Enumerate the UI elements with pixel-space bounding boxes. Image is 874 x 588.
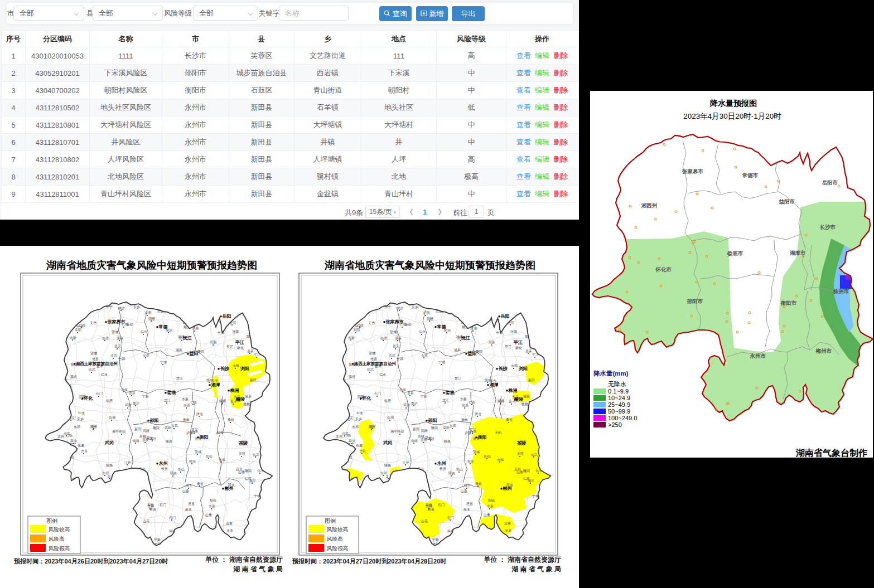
svg-text:植慈: 植慈 <box>521 402 528 406</box>
svg-text:章汝: 章汝 <box>533 416 540 420</box>
svg-text:安双: 安双 <box>421 353 428 357</box>
svg-text:安仁: 安仁 <box>476 531 483 535</box>
svg-text:辰溪: 辰溪 <box>543 507 550 511</box>
svg-text:衡山: 衡山 <box>456 468 463 472</box>
svg-text:新化: 新化 <box>331 391 337 395</box>
svg-text:岳阳市: 岳阳市 <box>822 179 838 186</box>
svg-text:●岳阳: ●岳阳 <box>498 313 510 319</box>
svg-text:利石: 利石 <box>495 430 502 435</box>
svg-text:步武: 步武 <box>389 354 395 357</box>
svg-text:浦辰: 浦辰 <box>523 395 530 398</box>
svg-text:绥宁: 绥宁 <box>464 483 471 487</box>
svg-text:●益阳: ●益阳 <box>465 351 477 356</box>
svg-text:韶山: 韶山 <box>540 329 547 334</box>
svg-text:宜章: 宜章 <box>504 521 511 525</box>
svg-text:安乡: 安乡 <box>490 378 496 382</box>
svg-text:道县: 道县 <box>370 357 377 361</box>
svg-text:阳临: 阳临 <box>488 499 495 503</box>
svg-text:邵邵: 邵邵 <box>365 519 372 523</box>
svg-text:山衡: 山衡 <box>516 470 523 474</box>
svg-text:冈洞: 冈洞 <box>444 329 451 333</box>
svg-text:平江: 平江 <box>513 340 523 345</box>
svg-text:常宁: 常宁 <box>347 442 354 446</box>
svg-text:江南: 江南 <box>400 538 407 541</box>
svg-text:泸溪: 泸溪 <box>423 310 429 314</box>
svg-text:沅江: 沅江 <box>461 336 470 341</box>
svg-text:芷江: 芷江 <box>442 399 449 402</box>
svg-text:●衡阳: ●衡阳 <box>475 435 487 440</box>
svg-text:澧津: 澧津 <box>375 525 382 528</box>
svg-text:降水量预报图: 降水量预报图 <box>710 99 757 108</box>
svg-text:东祁: 东祁 <box>352 425 359 429</box>
svg-text:江华: 江华 <box>379 529 387 532</box>
svg-text:步武: 步武 <box>342 432 349 435</box>
svg-text:邵邵: 邵邵 <box>453 541 461 545</box>
svg-text:无降水: 无降水 <box>608 381 626 387</box>
svg-text:牌道: 牌道 <box>399 501 405 505</box>
svg-text:垣保: 垣保 <box>399 388 406 391</box>
svg-text:涟源: 涟源 <box>534 341 541 345</box>
svg-text:绥宁: 绥宁 <box>345 325 351 329</box>
svg-text:仁绥: 仁绥 <box>523 477 530 480</box>
svg-text:●湘潭: ●湘潭 <box>487 382 499 387</box>
svg-text:桑植: 桑植 <box>475 482 482 486</box>
svg-text:临湘: 临湘 <box>387 416 394 420</box>
svg-text:衡阳市: 衡阳市 <box>780 300 797 306</box>
svg-text:隆回: 隆回 <box>523 469 530 473</box>
svg-text:耒阳: 耒阳 <box>353 328 360 332</box>
svg-text:攸县: 攸县 <box>528 417 535 421</box>
svg-text:0.1~9.9: 0.1~9.9 <box>608 388 629 395</box>
svg-text:首凤: 首凤 <box>450 424 456 428</box>
svg-text:宁城: 宁城 <box>532 494 539 498</box>
svg-text:安仁: 安仁 <box>413 532 420 536</box>
svg-text:涟源: 涟源 <box>510 329 517 334</box>
svg-text:仁绥: 仁绥 <box>357 324 364 327</box>
svg-text:湘西州: 湘西州 <box>641 202 658 208</box>
svg-text:桃源: 桃源 <box>375 518 382 522</box>
svg-text:●娄底: ●娄底 <box>443 390 455 395</box>
svg-text:章汝: 章汝 <box>349 439 355 443</box>
svg-text:新田: 新田 <box>413 427 419 431</box>
svg-text:丈吉: 丈吉 <box>368 321 375 325</box>
svg-text:芷江: 芷江 <box>455 377 461 380</box>
svg-text:晃芷: 晃芷 <box>505 345 511 349</box>
svg-text:●永州: ●永州 <box>434 460 446 466</box>
svg-text:石门: 石门 <box>437 503 445 507</box>
svg-text:同靖: 同靖 <box>421 429 428 433</box>
svg-text:●张家界市: ●张家界市 <box>383 319 404 324</box>
svg-text:怀化市: 怀化市 <box>655 266 672 273</box>
svg-text:桑植: 桑植 <box>506 417 513 422</box>
svg-text:峰韶: 峰韶 <box>397 429 404 434</box>
svg-text:陵衡: 陵衡 <box>384 463 391 468</box>
svg-text:隆回: 隆回 <box>476 349 482 354</box>
svg-text:长沙市: 长沙市 <box>819 224 836 230</box>
svg-text:邵阳市: 邵阳市 <box>687 298 703 304</box>
svg-text:益阳市: 益阳市 <box>779 198 795 205</box>
svg-text:郴州市: 郴州市 <box>815 348 832 354</box>
svg-text:源沅: 源沅 <box>349 375 355 379</box>
svg-text:县安: 县安 <box>461 320 467 324</box>
svg-text:新化: 新化 <box>332 334 339 339</box>
svg-text:宁祁: 宁祁 <box>397 357 403 361</box>
svg-text:双牌: 双牌 <box>403 403 410 407</box>
svg-text:临武: 临武 <box>367 368 374 372</box>
svg-text:永州市: 永州市 <box>750 353 766 359</box>
svg-text:山桑: 山桑 <box>497 537 504 541</box>
svg-text:25~49.9: 25~49.9 <box>608 401 630 408</box>
svg-text:山花: 山花 <box>421 519 428 523</box>
svg-text:会同: 会同 <box>508 321 514 324</box>
svg-text:临澧: 临澧 <box>384 399 391 403</box>
svg-text:阳新: 阳新 <box>489 340 495 344</box>
svg-text:湖南省气象台制作: 湖南省气象台制作 <box>795 448 867 458</box>
svg-text:石门: 石门 <box>374 391 381 396</box>
svg-text:●邵阳: ●邵阳 <box>426 418 437 423</box>
svg-text:风险很高: 风险很高 <box>327 545 349 551</box>
svg-text:降水量(mm): 降水量(mm) <box>593 370 629 377</box>
svg-text:湘潭市: 湘潭市 <box>789 250 806 256</box>
svg-text:容岳: 容岳 <box>530 534 537 538</box>
svg-text:县华: 县华 <box>547 331 554 334</box>
svg-text:溪麻: 溪麻 <box>395 336 402 340</box>
svg-text:石门: 石门 <box>330 361 337 365</box>
svg-text:常德市: 常德市 <box>742 172 759 178</box>
svg-text:●株洲: ●株洲 <box>506 388 518 393</box>
